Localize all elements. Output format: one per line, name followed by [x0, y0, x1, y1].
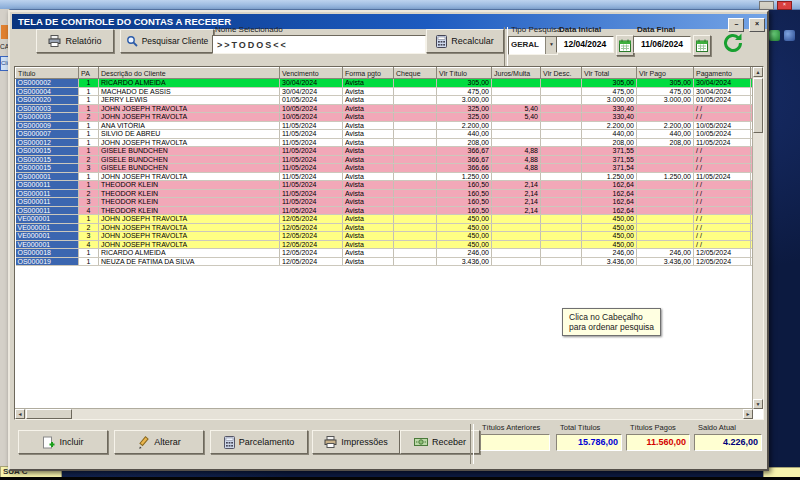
cell-vlr_pago [637, 164, 694, 173]
table-row[interactable]: OS0000032JOHN JOSEPH TRAVOLTA10/05/2024A… [16, 113, 765, 122]
current-balance-value: 4.226,00 [694, 434, 762, 451]
cell-vencimento: 12/05/2024 [280, 232, 343, 241]
table-row[interactable]: OS0000181RICARDO ALMEIDA12/05/2024Avista… [16, 249, 765, 258]
cell-pa: 2 [79, 223, 99, 232]
horizontal-scrollbar[interactable]: ◄ ► [15, 408, 753, 419]
cell-juros_multa [492, 79, 541, 88]
cell-pagamento: / / [694, 104, 751, 113]
cell-pagamento: 11/05/2024 [694, 138, 751, 147]
column-header[interactable]: Descrição do Cliente [99, 68, 280, 79]
receber-button[interactable]: Receber [400, 430, 480, 454]
cell-vencimento: 11/05/2024 [280, 181, 343, 190]
close-button[interactable]: × [749, 18, 765, 32]
cell-cheque [394, 189, 437, 198]
column-header[interactable]: Vlr Total [582, 68, 637, 79]
date-start-calendar-button[interactable] [616, 35, 634, 56]
background-icon[interactable] [769, 30, 780, 41]
vertical-scrollbar[interactable]: ▲ ▼ [752, 67, 763, 409]
column-header[interactable]: Vencimento [280, 68, 343, 79]
background-window-button[interactable] [759, 1, 774, 10]
cell-vlr_titulo: 305,00 [437, 79, 492, 88]
table-row[interactable]: OS0000041MACHADO DE ASSIS30/04/2024Avist… [16, 87, 765, 96]
table-row[interactable]: OS0000114THEODOR KLEIN11/05/2024Avista16… [16, 206, 765, 215]
table-row[interactable]: OS0000021RICARDO ALMEIDA30/04/2024Avista… [16, 79, 765, 88]
table-row[interactable]: VE0000014JOHN JOSEPH TRAVOLTA12/05/2024A… [16, 240, 765, 249]
cell-pagamento: 10/05/2024 [694, 121, 751, 130]
table-row[interactable]: VE0000013JOHN JOSEPH TRAVOLTA12/05/2024A… [16, 232, 765, 241]
refresh-button[interactable] [718, 28, 748, 58]
table-row[interactable]: OS0000091ANA VITÓRIA11/05/2024Avista2.20… [16, 121, 765, 130]
table-row[interactable]: OS0000151GISELE BUNDCHEN11/05/2024Avista… [16, 147, 765, 156]
cell-vlr_total: 246,00 [582, 249, 637, 258]
column-header[interactable]: Título [16, 68, 79, 79]
previous-titles-value [480, 434, 550, 451]
total-titles-label: Total Títulos [560, 423, 600, 432]
cell-cliente: GISELE BUNDCHEN [99, 164, 280, 173]
column-header[interactable]: Cheque [394, 68, 437, 79]
search-type-label: Tipo Pesquisa [511, 25, 561, 34]
parcelamento-button[interactable]: Parcelamento [210, 430, 308, 454]
cell-juros_multa [492, 121, 541, 130]
table-row[interactable]: OS0000071SILVIO DE ABREU11/05/2024Avista… [16, 130, 765, 139]
table-row[interactable]: VE0000011JOHN JOSEPH TRAVOLTA12/05/2024A… [16, 215, 765, 224]
search-client-button[interactable]: Pesquisar Cliente [120, 29, 214, 53]
cell-vlr_desc [541, 96, 582, 105]
cell-pagamento: / / [694, 232, 751, 241]
date-end-field[interactable]: 11/06/2024 [633, 36, 691, 53]
table-row[interactable]: OS0000011JOHN JOSEPH TRAVOLTA11/05/2024A… [16, 172, 765, 181]
background-icon[interactable] [784, 30, 795, 41]
cell-pa: 2 [79, 189, 99, 198]
table-row[interactable]: OS0000112THEODOR KLEIN11/05/2024Avista16… [16, 189, 765, 198]
vertical-scroll-thumb[interactable] [753, 78, 763, 133]
totals-panel: Títulos Anteriores Total Títulos 15.786,… [476, 420, 764, 467]
table-row[interactable]: OS0000031JOHN JOSEPH TRAVOLTA10/05/2024A… [16, 104, 765, 113]
cell-vlr_pago [637, 198, 694, 207]
cell-juros_multa [492, 223, 541, 232]
cell-pa: 1 [79, 249, 99, 258]
cell-cheque [394, 249, 437, 258]
table-row[interactable]: OS0000191NEUZA DE FATIMA DA SILVA12/05/2… [16, 257, 765, 266]
table-row[interactable]: OS0000152GISELE BUNDCHEN11/05/2024Avista… [16, 155, 765, 164]
table-row[interactable]: OS0000121JOHN JOSEPH TRAVOLTA11/05/2024A… [16, 138, 765, 147]
date-end-calendar-button[interactable] [693, 35, 711, 56]
alterar-button[interactable]: Alterar [114, 430, 204, 454]
cell-juros_multa: 2,14 [492, 198, 541, 207]
cell-cheque [394, 257, 437, 266]
cell-forma_pgto: Avista [343, 189, 394, 198]
cell-titulo: OS000011 [16, 206, 79, 215]
table-row[interactable]: OS0000111THEODOR KLEIN11/05/2024Avista16… [16, 181, 765, 190]
cell-forma_pgto: Avista [343, 79, 394, 88]
search-type-select[interactable]: GERAL ▼ [508, 36, 558, 55]
table-row[interactable]: VE0000012JOHN JOSEPH TRAVOLTA12/05/2024A… [16, 223, 765, 232]
table-row[interactable]: OS0000113THEODOR KLEIN11/05/2024Avista16… [16, 198, 765, 207]
cell-pagamento: / / [694, 164, 751, 173]
cell-vlr_desc [541, 172, 582, 181]
table-row[interactable]: OS0000201JERRY LEWIS01/05/2024Avista3.00… [16, 96, 765, 105]
scroll-up-icon[interactable]: ▲ [753, 67, 763, 77]
column-header[interactable]: Pagamento [694, 68, 751, 79]
column-header[interactable]: Juros/Multa [492, 68, 541, 79]
cell-vencimento: 10/05/2024 [280, 113, 343, 122]
column-header[interactable]: Forma pgto [343, 68, 394, 79]
cell-forma_pgto: Avista [343, 155, 394, 164]
date-start-field[interactable]: 12/04/2024 [556, 36, 614, 53]
horizontal-scroll-thumb[interactable] [26, 409, 72, 419]
column-header[interactable]: Vlr Título [437, 68, 492, 79]
column-header[interactable]: PA [79, 68, 99, 79]
cell-vencimento: 01/05/2024 [280, 96, 343, 105]
background-close-icon[interactable]: × [777, 1, 792, 10]
report-button[interactable]: Relatório [36, 29, 114, 53]
cell-cheque [394, 138, 437, 147]
scroll-left-icon[interactable]: ◄ [15, 409, 25, 419]
table-row[interactable]: OS0000153GISELE BUNDCHEN11/05/2024Avista… [16, 164, 765, 173]
cell-vlr_pago [637, 155, 694, 164]
cell-vlr_total: 162,64 [582, 181, 637, 190]
recalculate-button[interactable]: Recalcular [426, 29, 504, 53]
incluir-button[interactable]: Incluir [18, 430, 108, 454]
column-header[interactable]: Vlr Desc. [541, 68, 582, 79]
selected-name-input[interactable] [212, 35, 426, 54]
impressoes-button[interactable]: Impressões [312, 430, 400, 454]
column-header[interactable]: Vlr Pago [637, 68, 694, 79]
scroll-down-icon[interactable]: ▼ [753, 399, 763, 409]
scroll-right-icon[interactable]: ► [743, 409, 753, 419]
